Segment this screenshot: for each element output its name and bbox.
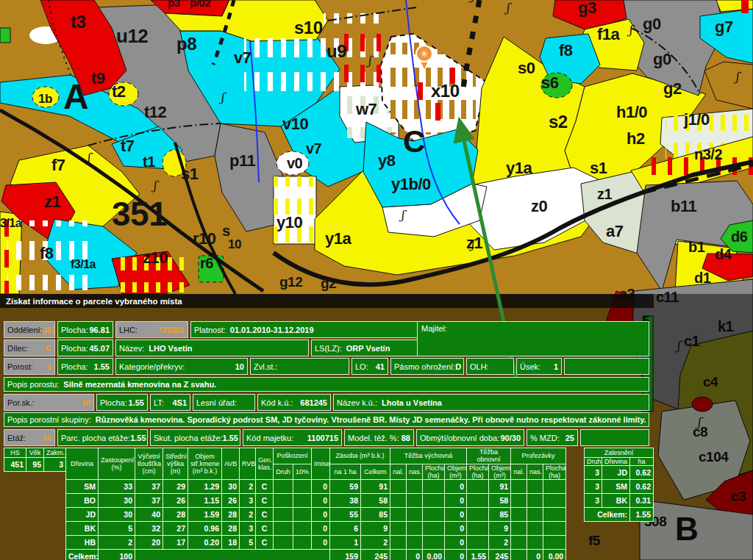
table-cell: 29 <box>163 480 188 494</box>
field-value: Lhota u Vsetína <box>382 398 442 407</box>
field-label: LT: <box>154 398 164 407</box>
table-cell: 3 <box>240 494 256 508</box>
field-value: 25 <box>565 434 574 442</box>
column-header: Věk <box>26 448 44 458</box>
map-label-z10: z10 <box>143 250 168 266</box>
map-label-s1: s1 <box>181 166 198 182</box>
table-cell: 30 <box>99 508 135 522</box>
table-cell: 3 <box>585 466 602 480</box>
table-cell: 30 <box>222 480 240 494</box>
table-cell: 451 <box>4 458 26 472</box>
table-cell: BO <box>66 494 99 508</box>
table-cell: 0.62 <box>630 480 654 494</box>
field-label: Kód majetku: <box>246 434 293 442</box>
table-cell: JD <box>602 466 630 480</box>
table-cell: 38 <box>330 494 361 508</box>
table-cell: 5 <box>99 522 135 536</box>
field-value: 1 <box>554 362 558 371</box>
field-label: Pásmo ohrožení: <box>394 362 455 371</box>
table-cell <box>423 480 445 494</box>
field-kategorie-p-ekryv: Kategorie/překryv:10 <box>115 358 248 375</box>
table-cell <box>390 508 407 522</box>
field-label: Plocha: <box>61 362 88 371</box>
table-cell: 0 <box>445 508 467 522</box>
column-header: nas. <box>527 464 543 480</box>
column-header: 10% <box>293 464 312 480</box>
map-label-z1: z1 <box>44 194 60 210</box>
map-label-10: 10 <box>228 238 241 251</box>
table-cell: C <box>256 508 274 522</box>
table-row: BO3037261.15263C03858058 <box>66 494 566 508</box>
map-label-h2: h2 <box>627 131 645 147</box>
field-label: Por.sk.: <box>7 398 35 407</box>
column-header: Celkem <box>361 464 390 480</box>
map-label-n32: n3/2 <box>694 147 722 162</box>
map-label-x10: x10 <box>431 82 460 100</box>
table-cell <box>511 522 527 536</box>
table-cell <box>407 508 423 522</box>
table-cell: 245 <box>489 550 511 560</box>
map-label-s: s <box>222 223 230 238</box>
table-cell: 85 <box>489 508 511 522</box>
field-value: 88 <box>402 434 410 442</box>
field-skut-plocha-et-e: Skut. plocha etáže:1.55 <box>150 429 240 446</box>
filler-cell <box>580 429 649 446</box>
table-cell <box>467 508 489 522</box>
table-cell: 0 <box>312 522 330 536</box>
field-label: Oddělení: <box>7 326 43 334</box>
table-cell: 0 <box>312 508 330 522</box>
field-et: Etáž:10 <box>4 429 55 446</box>
table-cell <box>467 494 489 508</box>
field-label: Platnost: <box>194 326 226 334</box>
column-header: Dřevina <box>602 458 630 466</box>
field-olh: OLH: <box>466 358 514 375</box>
field-lo: LO:41 <box>351 358 388 375</box>
map-label-f1a: f1a <box>597 26 619 43</box>
table-row: 451953 <box>4 458 66 472</box>
column-header: Objemstř.kmene(m³ b.k.) <box>188 448 222 480</box>
field-majitel: Majitel: <box>417 321 649 356</box>
table-cell: JD <box>66 508 99 522</box>
table-cell <box>293 536 312 550</box>
table-cell: BK <box>602 494 630 508</box>
table-cell: 5 <box>240 536 256 550</box>
svg-text:✳: ✳ <box>421 49 429 60</box>
column-header: Zastoupení(%) <box>99 448 135 480</box>
table-cell <box>527 494 543 508</box>
table-cell: 0.62 <box>630 466 654 480</box>
map-label-z1: z1 <box>597 187 612 201</box>
column-header: Střednívýška(m) <box>163 448 188 480</box>
map-label-s1: s1 <box>590 160 607 176</box>
field-label: Plocha: <box>61 326 88 334</box>
field-value: 10 <box>43 434 51 442</box>
field-label: Lesní úřad: <box>196 398 237 407</box>
field-ls-lz: LS(LZ):ORP Vsetín <box>311 340 424 356</box>
table-cell <box>274 494 293 508</box>
table-cell: 0 <box>445 494 467 508</box>
column-group-header: Zásoba (m³ b.k.) <box>330 448 390 464</box>
afforestation-table: ZalesněníDruhDřevinaha3JD0.623SM0.623BK0… <box>584 448 654 522</box>
field-platnost: Platnost:01.01.2010-31.12.2019 <box>190 321 424 338</box>
table-cell: 28 <box>222 522 240 536</box>
table-cell: 2 <box>489 536 511 550</box>
map-label-y1b0: y1b/0 <box>391 176 431 193</box>
info-tooltip-bar: Získat informace o parcele vybraného mís… <box>0 294 654 308</box>
field-plocha: Plocha:96.81 <box>57 321 113 338</box>
map-label-v7: v7 <box>234 50 251 66</box>
table-total-row: Celkem:1.55 <box>585 508 654 522</box>
table-cell <box>467 536 489 550</box>
map-label-s6: s6 <box>541 75 558 91</box>
table-cell: 1.29 <box>188 480 222 494</box>
table-cell: 0 <box>312 494 330 508</box>
map-label-A: A <box>63 79 88 115</box>
table-cell <box>274 536 293 550</box>
table-cell: 26 <box>222 494 240 508</box>
column-header: Druh <box>274 464 293 480</box>
table-cell <box>511 508 527 522</box>
column-header: RVB <box>240 448 256 480</box>
table-cell <box>527 522 543 536</box>
field-value: LHO Vsetín <box>149 344 192 353</box>
column-header: Imise <box>312 448 330 480</box>
map-label-t2: t2 <box>112 84 126 100</box>
field-value: 4S1 <box>172 398 187 407</box>
